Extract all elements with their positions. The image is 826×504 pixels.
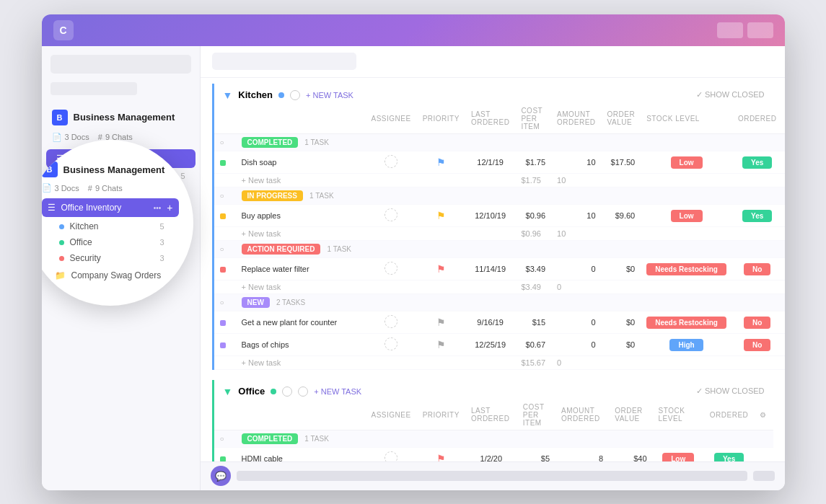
ordered-pill-yes: Yes [742,156,772,169]
circle-docs-chats: 📄 3 Docs # 9 Chats [42,183,179,198]
office-completed-badge: COMPLETED [242,433,299,444]
in-progress-task-count: 1 TASK [309,192,334,200]
action-required-new-task: + New task $3.49 0 [214,280,785,293]
circle-office-inventory[interactable]: ☰ Office Inventory ••• + [42,198,179,217]
stock-pill-low: Low [671,156,703,169]
new-task-label-3[interactable]: + New task [236,280,417,293]
new-task-label-1[interactable]: + New task [236,173,417,187]
group-status-cell: COMPLETED 1 TASK [236,133,783,151]
kitchen-add-task[interactable]: + NEW TASK [306,91,353,100]
header-btn-2[interactable] [747,22,773,38]
workspace-item[interactable]: B Business Management [42,107,200,128]
top-bar-search[interactable] [212,53,356,70]
task-name-hdmi[interactable]: HDMI cable [236,447,366,461]
task-priority: ⚑ [417,151,465,173]
group-check-2: ○ [214,187,236,204]
task-priority-2: ⚑ [417,204,465,226]
kitchen-collapse-icon[interactable]: ▼ [223,89,233,101]
sidebar: B Business Management 📄 3 Docs # 9 Chats… [42,46,201,490]
main-content: ▼ Kitchen + NEW TASK ✓ SHOW CLOSED [201,78,785,461]
new-task-label-2[interactable]: + New task [236,226,417,240]
office-add-task[interactable]: + NEW TASK [314,387,361,396]
col-order-val-1: ORDER VALUE [602,104,641,134]
group-status-cell-2: IN PROGRESS 1 TASK [236,187,783,204]
ordered-pill-no-1: No [744,263,770,275]
task-amount-2: 10 [551,204,602,226]
office-settings-icon[interactable] [282,386,292,397]
kitchen-section: ▼ Kitchen + NEW TASK ✓ SHOW CLOSED [212,84,773,370]
kitchen-count: 5 [180,172,185,180]
total-amount-1: 10 [551,173,602,187]
kitchen-show-closed[interactable]: ✓ SHOW CLOSED [696,90,765,100]
group-in-progress: ○ IN PROGRESS 1 TASK [214,187,785,204]
office-settings-icon-2[interactable] [298,386,308,397]
circle-office[interactable]: Office 3 [46,234,175,250]
new-task-label-4[interactable]: + New task [236,355,417,369]
office-show-closed[interactable]: ✓ SHOW CLOSED [696,386,765,396]
col-settings-1[interactable]: ⚙ [782,104,784,134]
action-required-badge: ACTION REQUIRED [242,244,321,255]
docs-icon: 📄 [52,133,62,142]
assignee-icon-2 [385,208,397,221]
circle-chats[interactable]: # 9 Chats [88,183,123,193]
col-cost-1: COST PER ITEM [515,104,551,134]
circle-folder[interactable]: 📁 Company Swag Orders [46,268,175,283]
task-name-2[interactable]: Buy apples [236,204,366,226]
circle-folder-icon: 📁 [55,270,66,280]
completed-badge: COMPLETED [242,137,299,148]
task-amount: 10 [551,151,602,173]
task-row-settings[interactable] [782,151,784,173]
task-plant: Get a new plant for counter ⚑ 9/16/19 $1… [214,311,785,333]
bottom-bar: 💬 [201,461,785,490]
task-chips: Bags of chips ⚑ 12/25/19 $0.67 0 $0 High… [214,333,785,355]
chat-input-bar[interactable] [237,471,747,481]
task-ordered-2: Yes [732,204,783,226]
completed-task-count: 1 TASK [304,138,329,146]
task-replace-water-filter: Replace water filter ⚑ 11/14/19 $3.49 0 … [214,257,785,280]
office-status-dot [271,389,276,394]
task-check[interactable] [214,151,236,173]
circle-kitchen[interactable]: Kitchen 5 [46,218,175,234]
office-group-completed: ○ COMPLETED 1 TASK [214,430,773,447]
circle-more-icon[interactable]: ••• [154,204,162,212]
circle-add-icon[interactable]: + [167,202,172,213]
task-name-4[interactable]: Get a new plant for counter [236,311,366,333]
stock-pill-low-2: Low [671,210,703,222]
task-assignee[interactable] [366,151,417,173]
task-name-5[interactable]: Bags of chips [236,333,366,355]
workspace-name: Business Management [74,112,175,123]
group-completed-settings[interactable] [782,133,784,151]
task-name-3[interactable]: Replace water filter [236,257,366,280]
kitchen-status-dot [278,92,284,98]
office-collapse-icon[interactable]: ▼ [223,386,233,397]
task-cost-2: $0.96 [515,204,551,226]
new-group-new-task: + New task $15.67 0 [214,355,785,369]
kitchen-settings-icon[interactable] [290,90,300,100]
docs-label[interactable]: 📄 3 Docs [52,133,89,142]
circle-security-dot [59,256,64,261]
stock-pill-high: High [669,339,703,351]
kitchen-columns: ASSIGNEE PRIORITY LAST ORDERED COST PER … [214,104,785,134]
office-columns: ASSIGNEE PRIORITY LAST ORDERED COST PER … [214,400,773,430]
assignee-icon-4 [385,315,397,328]
circle-docs[interactable]: 📄 3 Docs [42,183,79,193]
col-amount-1: AMOUNT ORDERED [551,104,602,134]
task-check-2[interactable] [214,204,236,226]
circle-security[interactable]: Security 3 [46,250,175,266]
circle-workspace-name: Business Management [63,164,165,175]
chat-bar-extra [753,471,775,481]
office-task-table: ASSIGNEE PRIORITY LAST ORDERED COST PER … [214,400,773,461]
app-logo[interactable]: C [53,20,74,40]
circle-list-icon: ☰ [48,203,56,213]
content-inner: ▼ Kitchen + NEW TASK ✓ SHOW CLOSED [201,78,785,461]
task-hdmi-cable: HDMI cable ⚑ 1/2/20 $5 8 $40 Low Yes [214,447,773,461]
header-btn-1[interactable] [717,22,743,38]
sidebar-search2[interactable] [50,82,137,95]
ordered-pill-yes-2: Yes [742,210,772,222]
task-assignee-2[interactable] [366,204,417,226]
sidebar-search[interactable] [50,55,191,74]
ordered-pill-no-3: No [744,339,770,351]
chat-bubble-button[interactable]: 💬 [211,466,231,486]
task-name[interactable]: Dish soap [236,151,366,173]
top-bar [201,46,785,78]
